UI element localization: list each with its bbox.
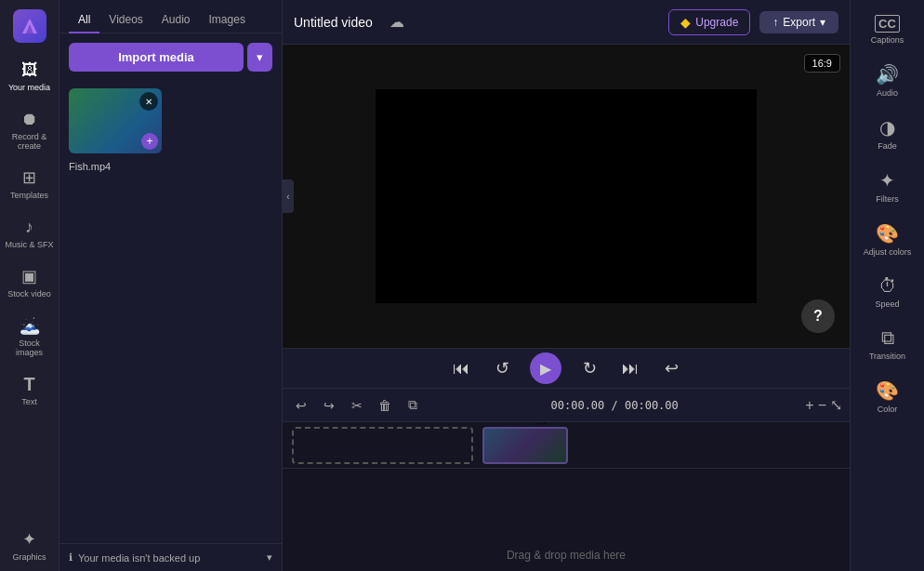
media-item[interactable]: ✕ + Fish.mp4 [69, 88, 162, 172]
timeline-track-row: ☞ [283, 422, 850, 469]
fade-label: Fade [878, 141, 897, 151]
info-icon: ℹ [69, 551, 73, 564]
timeline-tracks[interactable]: ☞ Drag & drop media here [283, 422, 850, 571]
speed-label: Speed [875, 299, 899, 309]
delete-icon[interactable]: ✕ [139, 92, 158, 111]
export-arrow-icon: ↑ [772, 16, 778, 29]
sidebar-item-text[interactable]: T Text [2, 366, 58, 414]
help-button[interactable]: ? [801, 299, 835, 333]
play-pause-button[interactable]: ▶ [530, 352, 561, 384]
filters-label: Filters [876, 194, 899, 204]
zoom-controls: + − ⤡ [805, 396, 842, 414]
add-to-timeline-icon[interactable]: + [141, 133, 158, 150]
right-tool-speed[interactable]: ⏱ Speed [855, 268, 920, 316]
app-logo[interactable] [13, 9, 46, 43]
tab-all[interactable]: All [69, 7, 99, 33]
undo-button[interactable]: ↩ [290, 394, 312, 417]
add-media-button[interactable]: + [805, 397, 813, 414]
import-media-button[interactable]: Import media [69, 43, 244, 72]
sidebar-item-label: Templates [10, 191, 48, 200]
import-btn-row: Import media ▾ [59, 33, 282, 81]
tab-audio[interactable]: Audio [152, 7, 200, 33]
filters-icon: ✦ [879, 169, 895, 192]
right-tool-color[interactable]: 🎨 Color [855, 372, 920, 421]
right-tool-captions[interactable]: CC Captions [855, 7, 920, 52]
collapse-panel-button[interactable]: ‹ [283, 179, 294, 213]
delete-button[interactable]: 🗑 [374, 394, 396, 417]
sidebar-item-record-create[interactable]: ⏺ Record & create [2, 101, 58, 158]
right-tool-transition[interactable]: ⧉ Transition [855, 320, 920, 368]
rewind-button[interactable]: ↺ [489, 355, 515, 381]
tab-images[interactable]: Images [200, 7, 255, 33]
cut-button[interactable]: ✂ [346, 394, 368, 417]
color-label: Color [878, 405, 898, 414]
aspect-ratio-badge: 16:9 [804, 54, 840, 73]
stock-images-icon: 🗻 [20, 315, 40, 336]
sidebar-item-stock-images[interactable]: 🗻 Stock images [2, 308, 58, 365]
sidebar-item-stock-video[interactable]: ▣ Stock video [2, 259, 58, 306]
fade-icon: ◑ [879, 116, 895, 139]
music-sfx-icon: ♪ [20, 217, 40, 237]
playback-controls: ⏮ ↺ ▶ ↻ ⏭ ↩ [283, 348, 850, 389]
fast-forward-button[interactable]: ↻ [576, 355, 602, 381]
export-button[interactable]: ↑ Export ▾ [759, 11, 838, 33]
speed-icon: ⏱ [878, 275, 897, 297]
timeline-toolbar: ↩ ↪ ✂ 🗑 ⧉ 00:00.00 / 00:00.00 + − ⤡ [283, 389, 850, 422]
export-label: Export [783, 16, 815, 29]
import-media-dropdown-button[interactable]: ▾ [247, 43, 272, 72]
cloud-save-icon: ☁ [389, 13, 404, 31]
sidebar-item-your-media[interactable]: 🖼 Your media [2, 52, 58, 100]
media-panel: All Videos Audio Images Import media ▾ ✕… [59, 0, 283, 571]
stock-video-icon: ▣ [20, 266, 40, 286]
right-tool-fade[interactable]: ◑ Fade [855, 109, 920, 158]
media-backup-bar: ℹ Your media isn't backed up ▾ [59, 543, 282, 571]
sidebar-item-label: Text [21, 397, 37, 406]
sidebar-item-templates[interactable]: ⊞ Templates [2, 160, 58, 207]
color-icon: 🎨 [876, 379, 899, 402]
audio-label: Audio [877, 88, 898, 98]
audio-icon: 🔊 [876, 63, 899, 86]
skip-to-start-button[interactable]: ⏮ [448, 355, 474, 381]
clip-placeholder [292, 427, 473, 464]
zoom-fit-button[interactable]: ⤡ [830, 396, 842, 414]
sidebar-item-label: Music & SFX [6, 240, 54, 249]
transition-icon: ⧉ [881, 327, 894, 349]
adjust-colors-icon: 🎨 [876, 222, 899, 245]
redo-button[interactable]: ↪ [318, 394, 340, 417]
video-canvas [376, 89, 757, 303]
drag-cursor: ☞ [535, 422, 552, 431]
sidebar-left: 🖼 Your media ⏺ Record & create ⊞ Templat… [0, 0, 59, 571]
text-icon: T [20, 374, 40, 394]
loop-button[interactable]: ↩ [658, 355, 684, 381]
right-tool-adjust-colors[interactable]: 🎨 Adjust colors [855, 215, 920, 264]
video-preview: ‹ 16:9 ? [283, 45, 850, 348]
media-grid: ✕ + Fish.mp4 [59, 81, 282, 543]
media-thumbnail[interactable]: ✕ + [69, 88, 162, 153]
tab-videos[interactable]: Videos [99, 7, 152, 33]
right-tool-filters[interactable]: ✦ Filters [855, 162, 920, 211]
video-clip[interactable] [482, 427, 568, 464]
sidebar-item-label: Graphics [12, 552, 46, 562]
drag-drop-hint: Drag & drop media here [283, 549, 850, 562]
transition-label: Transition [869, 352, 905, 361]
timeline-area: ↩ ↪ ✂ 🗑 ⧉ 00:00.00 / 00:00.00 + − ⤡ ☞ Dr… [283, 389, 850, 571]
right-tool-audio[interactable]: 🔊 Audio [855, 56, 920, 105]
upgrade-button[interactable]: ◆ Upgrade [668, 9, 750, 35]
graphics-icon: ✦ [20, 529, 40, 550]
duplicate-button[interactable]: ⧉ [402, 394, 424, 417]
sidebar-item-label: Your media [8, 83, 50, 92]
skip-to-end-button[interactable]: ⏭ [617, 355, 643, 381]
media-file-name: Fish.mp4 [69, 161, 162, 172]
upgrade-label: Upgrade [695, 16, 738, 29]
diamond-icon: ◆ [680, 15, 691, 30]
backup-chevron-icon: ▾ [267, 551, 272, 564]
project-title: Untitled video [294, 15, 373, 30]
zoom-out-button[interactable]: − [818, 397, 826, 414]
timeline-time: 00:00.00 / 00:00.00 [429, 399, 799, 412]
sidebar-item-music-sfx[interactable]: ♪ Music & SFX [2, 209, 58, 257]
sidebar-item-graphics[interactable]: ✦ Graphics [2, 522, 58, 569]
templates-icon: ⊞ [20, 167, 40, 188]
backup-label: Your media isn't backed up [78, 552, 200, 564]
record-create-icon: ⏺ [20, 109, 40, 129]
captions-label: Captions [871, 35, 904, 45]
